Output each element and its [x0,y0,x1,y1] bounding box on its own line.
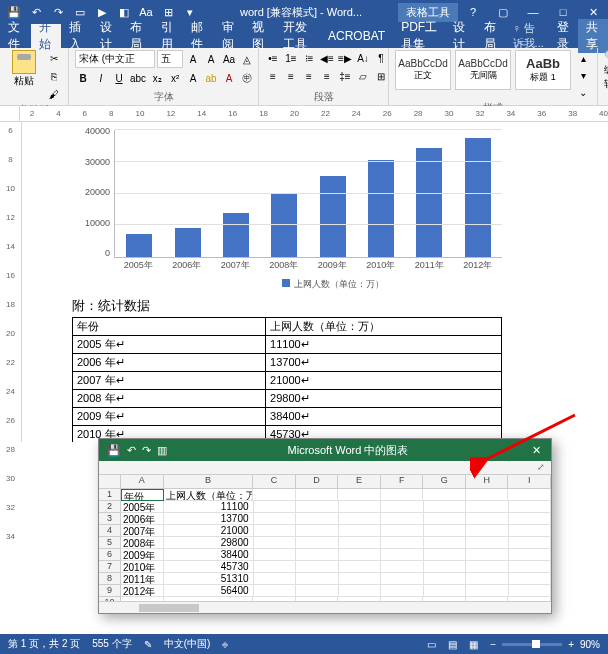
tell-me[interactable]: ♀ 告诉我... [507,21,551,51]
excel-row[interactable]: 2009年38400 [121,549,551,561]
zoom-in-icon[interactable]: + [568,639,574,650]
styles-more-icon[interactable]: ⌄ [575,84,591,100]
tab-layout[interactable]: 布局 [122,24,153,48]
subscript-icon[interactable]: x₂ [149,70,165,86]
view-read-icon[interactable]: ▭ [427,639,436,650]
table-row[interactable]: 2007 年↵21000↵ [73,372,502,390]
table-cell[interactable]: 2009 年↵ [73,408,266,426]
excel-row[interactable]: 2006年13700 [121,513,551,525]
status-page[interactable]: 第 1 页，共 2 页 [8,637,80,651]
strike-icon[interactable]: abc [129,70,147,86]
table-row[interactable]: 2005 年↵11100↵ [73,336,502,354]
table-cell[interactable]: 38400↵ [266,408,502,426]
numbering-icon[interactable]: 1≡ [283,50,299,66]
zoom-level[interactable]: 90% [580,639,600,650]
status-lang[interactable]: 中文(中国) [164,637,211,651]
shrink-font-icon[interactable]: A [203,51,219,67]
line-spacing-icon[interactable]: ‡≡ [337,68,353,84]
view-web-icon[interactable]: ▦ [469,639,478,650]
font-size-select[interactable]: 五 [157,50,183,68]
excel-row[interactable]: 2005年11100 [121,501,551,513]
table-cell[interactable]: 29800↵ [266,390,502,408]
highlight-icon[interactable]: ab [203,70,219,86]
text-effect-icon[interactable]: A [185,70,201,86]
tab-developer[interactable]: 开发工具 [275,24,320,48]
style-nospacing[interactable]: AaBbCcDd 无间隔 [455,50,511,90]
excel-datasheet-popup[interactable]: 💾 ↶ ↷ ▥ Microsoft Word 中的图表 ✕ ⤢ 12345678… [98,438,552,614]
tab-mail[interactable]: 邮件 [183,24,214,48]
tab-insert[interactable]: 插入 [61,24,92,48]
align-right-icon[interactable]: ≡ [301,68,317,84]
zoom-control[interactable]: − + 90% [490,639,600,650]
bullets-icon[interactable]: •≡ [265,50,281,66]
align-center-icon[interactable]: ≡ [283,68,299,84]
table-cell[interactable]: 2006 年↵ [73,354,266,372]
clear-format-icon[interactable]: ◬ [239,51,255,67]
table-cell[interactable]: 2007 年↵ [73,372,266,390]
table-row[interactable]: 2008 年↵29800↵ [73,390,502,408]
tab-references[interactable]: 引用 [153,24,184,48]
excel-row[interactable]: 2008年29800 [121,537,551,549]
excel-row[interactable]: 年份上网人数（单位：万） [121,489,551,501]
bold-icon[interactable]: B [75,70,91,86]
table-cell[interactable]: 13700↵ [266,354,502,372]
grow-font-icon[interactable]: A [185,51,201,67]
excel-row[interactable]: 2010年45730 [121,561,551,573]
tab-table-design[interactable]: 设计 [445,24,476,48]
cut-icon[interactable]: ✂ [46,50,62,66]
tab-file[interactable]: 文件 [0,24,31,48]
borders-icon[interactable]: ⊞ [373,68,389,84]
excel-expand-icon[interactable]: ⤢ [537,462,545,472]
shading-icon[interactable]: ▱ [355,68,371,84]
chart[interactable]: 400003000020000100000 2005年2006年2007年200… [72,126,502,276]
zoom-out-icon[interactable]: − [490,639,496,650]
status-proof-icon[interactable]: ✎ [144,639,152,650]
sort-icon[interactable]: A↓ [355,50,371,66]
superscript-icon[interactable]: x² [167,70,183,86]
view-print-icon[interactable]: ▤ [448,639,457,650]
table-cell[interactable]: 2005 年↵ [73,336,266,354]
table-cell[interactable]: 2008 年↵ [73,390,266,408]
excel-row[interactable]: 2011年51310 [121,573,551,585]
tab-review[interactable]: 审阅 [214,24,245,48]
tab-table-layout[interactable]: 布局 [476,24,507,48]
excel-row[interactable]: 2012年56400 [121,585,551,597]
justify-icon[interactable]: ≡ [319,68,335,84]
data-table[interactable]: 年份 上网人数（单位：万） 2005 年↵11100↵2006 年↵13700↵… [72,317,502,442]
excel-redo-icon[interactable]: ↷ [142,444,151,457]
align-left-icon[interactable]: ≡ [265,68,281,84]
styles-up-icon[interactable]: ▴ [575,50,591,66]
page[interactable]: 400003000020000100000 2005年2006年2007年200… [22,122,608,442]
excel-close-icon[interactable]: ✕ [521,444,551,457]
style-heading1[interactable]: AaBb 标题 1 [515,50,571,90]
table-row[interactable]: 2009 年↵38400↵ [73,408,502,426]
excel-undo-icon[interactable]: ↶ [127,444,136,457]
underline-icon[interactable]: U [111,70,127,86]
excel-chart-icon[interactable]: ▥ [157,444,167,457]
paste-button[interactable]: 粘贴 [6,50,42,88]
font-name-select[interactable]: 宋体 (中文正 [75,50,155,68]
horizontal-ruler[interactable]: 246810121416182022242628303234363840 [0,106,608,122]
show-marks-icon[interactable]: ¶ [373,50,389,66]
tab-design[interactable]: 设计 [92,24,123,48]
format-painter-icon[interactable]: 🖌 [46,86,62,102]
font-color-icon[interactable]: A [221,70,237,86]
excel-row[interactable]: 2007年21000 [121,525,551,537]
styles-down-icon[interactable]: ▾ [575,67,591,83]
excel-save-icon[interactable]: 💾 [107,444,121,457]
vertical-ruler[interactable]: 6810121416182022242628303234 [0,122,22,442]
excel-grid[interactable]: 12345678910 ABCDEFGHI 年份上网人数（单位：万）2005年1… [99,475,551,601]
editing-button[interactable]: 🔍 编辑 ▾ [604,50,608,104]
change-case-icon[interactable]: Aa [221,51,237,67]
status-insert-icon[interactable]: ⎆ [222,639,228,650]
style-normal[interactable]: AaBbCcDd 正文 [395,50,451,90]
tab-acrobat[interactable]: ACROBAT [320,24,393,48]
table-cell[interactable]: 21000↵ [266,372,502,390]
status-words[interactable]: 555 个字 [92,637,131,651]
table-row[interactable]: 2006 年↵13700↵ [73,354,502,372]
tab-view[interactable]: 视图 [244,24,275,48]
copy-icon[interactable]: ⎘ [46,68,62,84]
enclose-char-icon[interactable]: ㊥ [239,70,255,86]
indent-left-icon[interactable]: ◀≡ [319,50,335,66]
excel-scrollbar[interactable] [99,601,551,613]
